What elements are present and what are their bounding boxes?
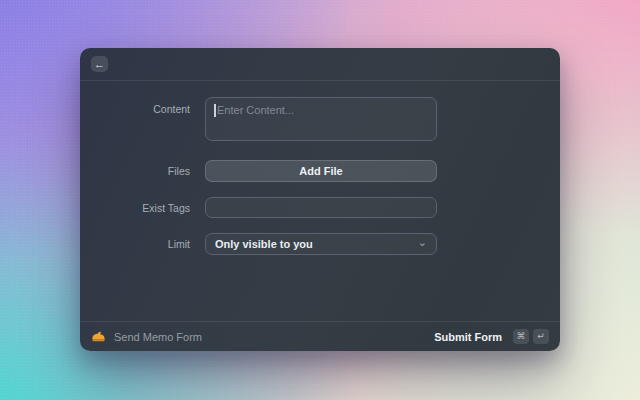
limit-row: Limit Only visible to you ⌄ [80,233,560,255]
footer-actions: Submit Form ⌘ ↵ [434,329,549,344]
back-button[interactable]: ← [91,56,108,72]
limit-dropdown[interactable]: Only visible to you ⌄ [205,233,437,255]
limit-label: Limit [80,238,190,250]
footer-app-name: Send Memo Form [114,331,202,343]
content-field-wrap [205,97,437,145]
exist-tags-row: Exist Tags [80,197,560,218]
send-memo-form-window: ← Content Files Add File Exist Tags Limi… [80,48,560,351]
files-label: Files [80,165,190,177]
form: Content Files Add File Exist Tags Limit … [80,81,560,255]
add-file-button[interactable]: Add File [205,160,437,182]
exist-tags-input[interactable] [205,197,437,218]
command-key-icon: ⌘ [513,329,529,344]
footer-app-info: Send Memo Form [91,330,202,343]
text-caret [214,104,216,117]
desktop-background: ← Content Files Add File Exist Tags Limi… [0,0,640,400]
limit-dropdown-value: Only visible to you [215,238,313,250]
content-row: Content [80,97,560,145]
files-row: Files Add File [80,160,560,182]
chevron-down-icon: ⌄ [418,237,427,247]
window-footer: Send Memo Form Submit Form ⌘ ↵ [80,321,560,351]
content-label: Content [80,97,190,115]
content-textarea[interactable] [205,97,437,141]
memo-app-icon [91,330,106,343]
exist-tags-label: Exist Tags [80,202,190,214]
return-key-icon: ↵ [533,329,549,344]
submit-form-button[interactable]: Submit Form [434,331,502,343]
window-header: ← [80,48,560,81]
